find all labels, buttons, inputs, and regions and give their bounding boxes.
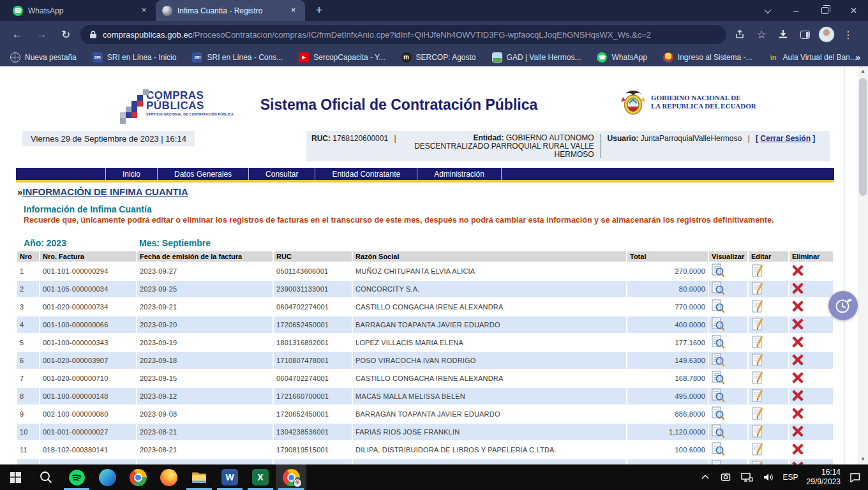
floating-timer-widget[interactable]: [828, 291, 858, 320]
start-button[interactable]: [0, 464, 31, 490]
nav-item-administracion[interactable]: Administración: [417, 168, 502, 180]
downloads-icon[interactable]: [775, 26, 791, 43]
editar-icon[interactable]: [751, 317, 764, 332]
notification-center-icon[interactable]: [849, 470, 862, 485]
share-icon[interactable]: [731, 26, 748, 43]
bookmark-item[interactable]: WhatsApp: [597, 52, 647, 63]
eliminar-icon[interactable]: [792, 390, 804, 403]
bookmark-item[interactable]: SercopCapacita - Y...: [299, 52, 385, 63]
bookmark-item[interactable]: Ingreso al Sistema -...: [663, 52, 752, 63]
tray-chevron-up-icon[interactable]: [699, 470, 712, 485]
nav-item-consultar[interactable]: Consultar: [248, 168, 315, 180]
editar-icon[interactable]: [751, 335, 764, 350]
editar-icon[interactable]: [751, 281, 764, 297]
visualizar-icon[interactable]: [712, 264, 724, 279]
new-tab-button[interactable]: +: [310, 2, 328, 20]
page-scrollbar[interactable]: ▲ ▼: [858, 66, 868, 464]
nav-item-entidad-contratante[interactable]: Entidad Contratante: [315, 168, 417, 180]
reload-icon[interactable]: ↻: [56, 25, 75, 44]
taskbar-spotify-button[interactable]: [61, 464, 92, 490]
entidad-info: Entidad: GOBIERNO AUTONOMO DESCENTRALIZA…: [408, 134, 594, 159]
visualizar-icon[interactable]: [712, 281, 724, 297]
visualizar-icon[interactable]: [712, 424, 724, 440]
taskbar-explorer-button[interactable]: [184, 464, 214, 490]
editar-icon[interactable]: [751, 264, 764, 279]
minimize-button[interactable]: –: [782, 0, 811, 21]
visualizar-icon[interactable]: [712, 371, 724, 386]
tab-close-icon[interactable]: ×: [138, 5, 149, 16]
eliminar-icon[interactable]: [792, 408, 804, 420]
eliminar-icon[interactable]: [792, 443, 804, 456]
taskbar-search-button[interactable]: [31, 464, 61, 490]
tray-network-icon[interactable]: [741, 470, 754, 485]
tray-volume-icon[interactable]: [762, 470, 775, 485]
bookmark-item[interactable]: Aula Virtual del Ban...: [768, 52, 857, 63]
restore-button[interactable]: [811, 0, 839, 21]
eliminar-icon[interactable]: [792, 372, 804, 385]
visualizar-icon[interactable]: [712, 389, 724, 404]
visualizar-icon[interactable]: [712, 406, 724, 422]
chrome-icon: [130, 469, 147, 486]
tab-search-icon[interactable]: [753, 0, 782, 21]
side-panel-icon[interactable]: [797, 26, 813, 43]
scrollbar-thumb[interactable]: [859, 78, 867, 196]
visualizar-icon[interactable]: [712, 299, 724, 315]
bookmark-item[interactable]: GAD | Valle Hermos...: [492, 52, 581, 63]
nav-item-datos-generales[interactable]: Datos Generales: [157, 168, 248, 180]
eliminar-icon[interactable]: [792, 265, 804, 278]
cell-total: 886.8000: [627, 406, 708, 422]
visualizar-icon[interactable]: [712, 335, 724, 350]
bookmark-favicon-icon: [401, 52, 412, 63]
editar-icon[interactable]: [751, 353, 764, 368]
eliminar-icon[interactable]: [792, 426, 804, 438]
taskbar-excel-button[interactable]: X: [245, 464, 276, 490]
taskbar-word-button[interactable]: W: [214, 464, 245, 490]
eliminar-icon[interactable]: [792, 301, 804, 313]
visualizar-icon[interactable]: [712, 317, 724, 332]
visualizar-icon[interactable]: [712, 442, 724, 457]
taskbar-chrome-button[interactable]: [123, 464, 153, 490]
back-icon[interactable]: ←: [8, 25, 27, 44]
editar-icon[interactable]: [751, 424, 764, 440]
eliminar-icon[interactable]: [792, 336, 804, 349]
taskbar-chrome-profile-button[interactable]: [276, 464, 306, 490]
tab-infima-cuantia[interactable]: Infima Cuantía - Registro ×: [156, 0, 305, 21]
bookmark-item[interactable]: SRI en Línea - Cons...: [192, 52, 283, 63]
bookmark-item[interactable]: Nueva pestaña: [10, 52, 77, 63]
language-indicator[interactable]: ESP: [783, 473, 798, 482]
tab-close-icon[interactable]: ×: [288, 5, 299, 16]
editar-icon[interactable]: [751, 389, 764, 404]
scroll-down-icon[interactable]: ▼: [858, 454, 868, 464]
editar-icon[interactable]: [751, 371, 764, 386]
forward-icon[interactable]: →: [32, 25, 51, 44]
bookmark-star-icon[interactable]: ☆: [753, 26, 770, 43]
editar-icon[interactable]: [751, 406, 764, 422]
cell-factura: 001-020-000003907: [40, 352, 136, 369]
table-row: 1 001-101-000000294 2023-09-27 050114360…: [17, 263, 833, 279]
tray-clock[interactable]: 16:14 29/9/2023: [807, 468, 841, 487]
editar-icon[interactable]: [751, 442, 764, 457]
eliminar-icon[interactable]: [792, 354, 804, 367]
nav-item-inicio[interactable]: Inicio: [105, 168, 157, 180]
cell-razon-social: CASTILLO CONGACHA IRENE ALEXANDRA: [353, 299, 626, 315]
editar-icon[interactable]: [751, 299, 764, 315]
tab-whatsapp[interactable]: WhatsApp ×: [6, 0, 156, 21]
bookmark-item[interactable]: SRI en Línea - Inicio: [93, 52, 177, 63]
close-button[interactable]: ×: [839, 0, 868, 21]
tray-camera-icon[interactable]: [720, 470, 733, 485]
scroll-up-icon[interactable]: ▲: [858, 66, 868, 77]
bookmarks-overflow-icon[interactable]: »: [855, 48, 860, 66]
url-bar[interactable]: compraspublicas.gob.ec/ProcesoContrataci…: [80, 25, 726, 44]
logout-link[interactable]: [ Cerrar Sesión ]: [756, 134, 815, 143]
visualizar-icon[interactable]: [712, 460, 724, 464]
visualizar-icon[interactable]: [712, 353, 724, 368]
bookmark-favicon-icon: [492, 52, 502, 63]
editar-icon[interactable]: [751, 460, 764, 464]
menu-dots-icon[interactable]: ⋮: [840, 26, 857, 43]
taskbar-firefox-button[interactable]: [153, 464, 184, 490]
profile-avatar[interactable]: [818, 26, 835, 43]
taskbar-edge-button[interactable]: [92, 464, 123, 490]
bookmark-item[interactable]: SERCOP: Agosto: [401, 52, 476, 63]
eliminar-icon[interactable]: [792, 318, 804, 331]
eliminar-icon[interactable]: [792, 283, 804, 295]
